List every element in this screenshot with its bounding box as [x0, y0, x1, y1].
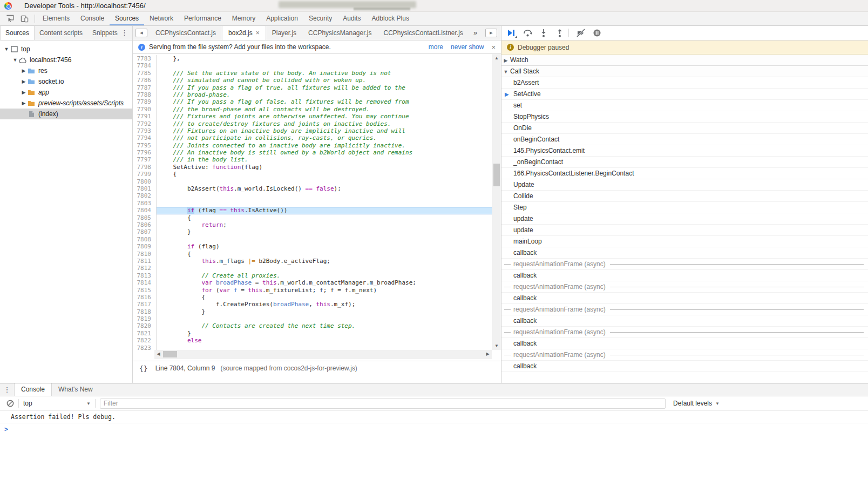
step-out-button[interactable] [553, 28, 566, 38]
call-stack-frame-set[interactable]: ▶set [501, 100, 868, 111]
line-number[interactable]: 7789 [133, 98, 157, 105]
code-line-7802[interactable]: 7802 [133, 192, 492, 199]
code-line-7797[interactable]: 7797 /// in the body list. [133, 156, 492, 163]
code-line-7803[interactable]: 7803 [133, 200, 492, 207]
code-line-7820[interactable]: 7820 // Contacts are created the next ti… [133, 322, 492, 329]
tab-network[interactable]: Network [144, 12, 179, 25]
tab-elements[interactable]: Elements [37, 12, 75, 25]
infobar-never-show-link[interactable]: never show [451, 43, 484, 51]
line-number[interactable]: 7799 [133, 171, 157, 178]
line-number[interactable]: 7820 [133, 322, 157, 329]
code-line-7808[interactable]: 7808 [133, 236, 492, 243]
navigator-tab-content-scripts[interactable]: Content scripts [35, 26, 87, 40]
line-number[interactable]: 7797 [133, 156, 157, 163]
code-line-7805[interactable]: 7805 { [133, 214, 492, 221]
drawer-menu-icon[interactable]: ⋮ [0, 383, 14, 396]
line-number[interactable]: 7790 [133, 106, 157, 113]
line-number[interactable]: 7795 [133, 142, 157, 149]
tree-collapsed-icon[interactable]: ▶ [21, 100, 27, 106]
code-line-7804[interactable]: 7804 if (flag == this.IsActive()) [133, 207, 492, 214]
line-number[interactable]: 7821 [133, 330, 157, 337]
code-line-7807[interactable]: 7807 } [133, 228, 492, 235]
vertical-scroll-thumb[interactable] [493, 164, 500, 186]
line-number[interactable]: 7814 [133, 279, 157, 286]
drawer-tab-console[interactable]: Console [14, 383, 52, 396]
line-number[interactable]: 7791 [133, 113, 157, 120]
code-line-7793[interactable]: 7793 /// Fixtures on an inactive body ar… [133, 127, 492, 134]
line-number[interactable]: 7803 [133, 200, 157, 207]
line-number[interactable]: 7816 [133, 294, 157, 301]
call-stack-frame-ondie[interactable]: ▶OnDie [501, 123, 868, 134]
tab-adblock-plus[interactable]: Adblock Plus [367, 12, 415, 25]
execution-context-selector[interactable]: top ▼ [23, 400, 91, 407]
code-line-7783[interactable]: 7783 }, [133, 55, 492, 62]
call-stack-frame-callback[interactable]: ▶callback [501, 270, 868, 281]
tab-audits[interactable]: Audits [337, 12, 366, 25]
line-number[interactable]: 7802 [133, 192, 157, 199]
file-tab-ccphysicscontactlistner-js[interactable]: CCPhysicsContactListner.js [377, 26, 469, 40]
pause-on-exceptions-button[interactable] [591, 28, 603, 38]
line-number[interactable]: 7822 [133, 337, 157, 344]
deactivate-breakpoints-button[interactable] [574, 28, 587, 38]
file-tab-box2d-js[interactable]: box2d.js× [222, 26, 266, 40]
line-number[interactable]: 7792 [133, 120, 157, 127]
call-stack-frame-145-physicscontact-emit[interactable]: ▶145.PhysicsContact.emit [501, 145, 868, 157]
scroll-right-icon[interactable]: ▶ [484, 350, 492, 359]
code-line-7809[interactable]: 7809 if (flag) [133, 243, 492, 250]
code-line-7814[interactable]: 7814 var broadPhase = this.m_world.m_con… [133, 279, 492, 286]
tab-performance[interactable]: Performance [179, 12, 227, 25]
line-number[interactable]: 7815 [133, 287, 157, 294]
call-stack-frame-onbegincontact[interactable]: ▶onBeginContact [501, 134, 868, 145]
line-number[interactable]: 7823 [133, 345, 157, 350]
call-stack-frame-callback[interactable]: ▶callback [501, 361, 868, 372]
debugger-panel-toggle-icon[interactable]: ▶ [485, 29, 497, 37]
line-number[interactable]: 7801 [133, 185, 157, 192]
code-line-7819[interactable]: 7819 [133, 315, 492, 322]
line-number[interactable]: 7784 [133, 62, 157, 69]
code-line-7786[interactable]: 7786 /// simulated and cannot be collide… [133, 77, 492, 84]
line-number[interactable]: 7794 [133, 134, 157, 141]
call-stack-frame-update[interactable]: ▶update [501, 225, 868, 236]
call-stack-frame-setactive[interactable]: ▶SetActive [501, 89, 868, 100]
console-prompt[interactable]: > [0, 423, 868, 435]
scroll-down-icon[interactable]: ▼ [492, 342, 501, 350]
line-number[interactable]: 7806 [133, 221, 157, 228]
code-line-7798[interactable]: 7798 SetActive: function(flag) [133, 164, 492, 171]
tree-item-localhost-7456[interactable]: ▼localhost:7456 [0, 55, 132, 65]
file-tab-ccphysicsmanager-js[interactable]: CCPhysicsManager.js [302, 26, 377, 40]
line-number[interactable]: 7786 [133, 77, 157, 84]
code-line-7815[interactable]: 7815 for (var f = this.m_fixtureList; f;… [133, 287, 492, 294]
line-number[interactable]: 7819 [133, 315, 157, 322]
tree-item-app[interactable]: ▶app [0, 87, 132, 98]
code-line-7813[interactable]: 7813 // Create all proxies. [133, 272, 492, 279]
tab-sources[interactable]: Sources [110, 12, 144, 25]
line-number[interactable]: 7818 [133, 308, 157, 315]
tree-expanded-icon[interactable]: ▼ [3, 46, 10, 52]
line-number[interactable]: 7810 [133, 251, 157, 258]
call-stack-frame-callback[interactable]: ▶callback [501, 247, 868, 259]
more-tabs-icon[interactable]: » [469, 26, 482, 40]
tab-console[interactable]: Console [75, 12, 110, 25]
call-stack-frame-b2assert[interactable]: ▶b2Assert [501, 77, 868, 89]
pretty-print-icon[interactable]: {} [139, 364, 148, 373]
code-line-7790[interactable]: 7790 /// the broad-phase and all contact… [133, 106, 492, 113]
code-line-7801[interactable]: 7801 b2Assert(this.m_world.IsLocked() ==… [133, 185, 492, 192]
call-stack-frame-mainloop[interactable]: ▶mainLoop [501, 236, 868, 247]
navigator-menu-icon[interactable]: ⋮ [121, 29, 128, 37]
infobar-more-link[interactable]: more [429, 43, 443, 51]
call-stack-frame-update[interactable]: ▶update [501, 213, 868, 225]
inspect-element-icon[interactable] [5, 15, 15, 23]
code-line-7787[interactable]: 7787 /// If you pass a flag of true, all… [133, 84, 492, 91]
resume-script-button[interactable] [505, 28, 518, 38]
navigator-collapse-icon[interactable]: ◀ [135, 29, 147, 37]
line-number[interactable]: 7800 [133, 178, 157, 185]
line-number[interactable]: 7812 [133, 265, 157, 272]
code-line-7789[interactable]: 7789 /// If you pass a flag of false, al… [133, 98, 492, 105]
tree-expanded-icon[interactable]: ▼ [12, 57, 18, 63]
editor-horizontal-scrollbar[interactable]: ◀ ▶ [154, 350, 492, 359]
tree-item-top[interactable]: ▼top [0, 44, 132, 55]
tab-application[interactable]: Application [261, 12, 303, 25]
editor-vertical-scrollbar[interactable]: ▲ ▼ [492, 54, 501, 350]
call-stack-frame-callback[interactable]: ▶callback [501, 338, 868, 349]
log-levels-selector[interactable]: Default levels ▼ [673, 400, 720, 407]
